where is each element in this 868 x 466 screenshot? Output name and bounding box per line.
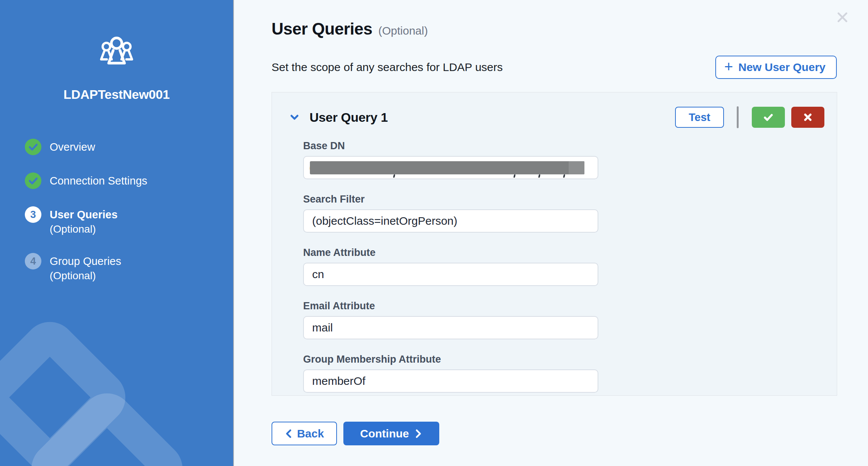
- new-user-query-label: New User Query: [738, 61, 826, 74]
- close-icon[interactable]: [835, 10, 850, 25]
- check-icon: [762, 111, 775, 123]
- step-sublabel: (Optional): [50, 223, 96, 235]
- group-membership-attribute-input[interactable]: [303, 369, 598, 393]
- page-title-optional: (Optional): [378, 24, 428, 37]
- search-filter-label: Search Filter: [303, 194, 598, 205]
- wizard-sidebar: LDAPTestNew001 Overview Connection Setti…: [0, 0, 234, 466]
- step-label: Connection Settings: [50, 175, 147, 187]
- plus-icon: +: [724, 59, 733, 74]
- name-attribute-label: Name Attribute: [303, 247, 598, 258]
- step-group-queries[interactable]: 4 Group Queries (Optional): [25, 253, 147, 282]
- chevron-left-icon: [285, 429, 292, 439]
- test-button[interactable]: Test: [675, 107, 724, 128]
- base-dn-label: Base DN: [303, 140, 598, 151]
- back-button[interactable]: Back: [272, 422, 337, 445]
- email-attribute-field: Email Attribute: [303, 300, 598, 339]
- base-dn-field: Base DN (: [303, 140, 598, 179]
- continue-label: Continue: [360, 427, 409, 440]
- confirm-query-button[interactable]: [752, 107, 785, 128]
- connection-name: LDAPTestNew001: [0, 87, 233, 102]
- wizard-footer: Back Continue: [272, 422, 439, 445]
- group-membership-attribute-field: Group Membership Attribute: [303, 354, 598, 393]
- delete-query-button[interactable]: [791, 107, 824, 128]
- step-label: Overview: [50, 141, 95, 153]
- step-number-badge: 4: [25, 253, 41, 269]
- base-dn-input[interactable]: (: [303, 156, 598, 179]
- wizard-steps: Overview Connection Settings 3 User Quer…: [25, 139, 147, 300]
- user-query-card-header: User Query 1 Test: [288, 106, 824, 129]
- step-number-badge: 3: [25, 206, 41, 223]
- query-actions: Test: [675, 106, 824, 128]
- user-query-card: User Query 1 Test Base DN: [272, 92, 837, 396]
- group-membership-attribute-label: Group Membership Attribute: [303, 354, 598, 365]
- search-filter-field: Search Filter: [303, 194, 598, 233]
- page-header: User Queries (Optional): [272, 20, 428, 38]
- step-label: User Queries: [50, 209, 118, 221]
- step-sublabel: (Optional): [50, 270, 96, 281]
- name-attribute-field: Name Attribute: [303, 247, 598, 286]
- user-queries-panel: User Queries (Optional) Set the scope of…: [235, 0, 868, 466]
- query-title: User Query 1: [310, 110, 388, 125]
- step-overview[interactable]: Overview: [25, 139, 147, 155]
- name-attribute-input[interactable]: [303, 263, 598, 286]
- chevron-right-icon: [415, 429, 422, 439]
- step-connection-settings[interactable]: Connection Settings: [25, 172, 147, 189]
- query-fields: Base DN ( Search Filter Name Attribute: [303, 140, 598, 393]
- email-attribute-input[interactable]: [303, 316, 598, 339]
- continue-button[interactable]: Continue: [343, 422, 439, 445]
- subtitle-row: Set the scope of any searches for LDAP u…: [272, 56, 837, 79]
- new-user-query-button[interactable]: + New User Query: [715, 56, 837, 79]
- redaction-bar: [310, 161, 584, 174]
- back-label: Back: [297, 427, 324, 440]
- actions-divider: [737, 106, 739, 128]
- chevron-down-icon[interactable]: [288, 110, 301, 124]
- step-label: Group Queries: [50, 255, 121, 267]
- step-complete-check-icon: [25, 139, 41, 155]
- page-title: User Queries: [272, 20, 372, 38]
- email-attribute-label: Email Attribute: [303, 300, 598, 312]
- step-complete-check-icon: [25, 172, 41, 189]
- users-group-icon: [99, 36, 135, 69]
- x-icon: [802, 111, 814, 123]
- search-filter-input[interactable]: [303, 209, 598, 233]
- page-subtitle: Set the scope of any searches for LDAP u…: [272, 61, 503, 74]
- step-user-queries[interactable]: 3 User Queries (Optional): [25, 206, 147, 236]
